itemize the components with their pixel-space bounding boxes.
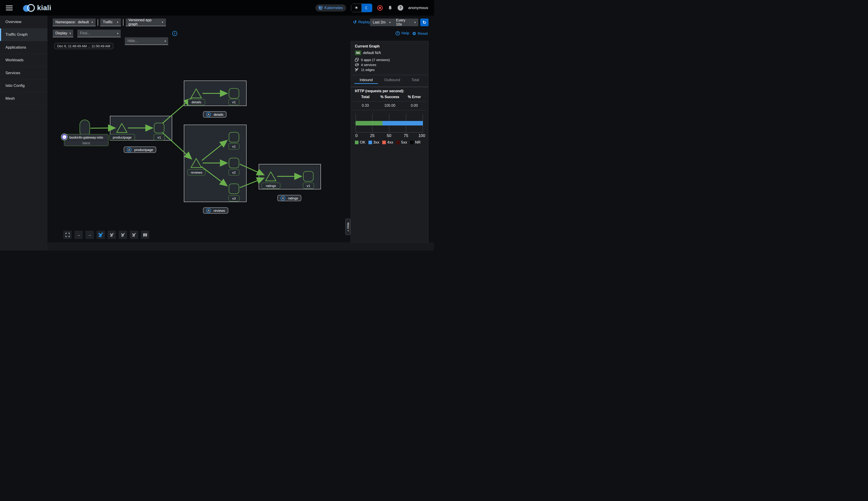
node-productpage-service[interactable] — [116, 122, 128, 134]
chart-legend: OK 3xx 4xx 5xx NR — [355, 140, 421, 145]
ratings-v1-label[interactable]: v1 — [303, 183, 314, 189]
reviews-app-badge[interactable]: A reviews — [203, 207, 228, 214]
graph-help-button[interactable]: ? Help — [396, 31, 409, 35]
find-input[interactable] — [77, 30, 121, 37]
username: anonymous — [408, 6, 428, 10]
stat-apps: 5 apps (7 versions) — [355, 58, 390, 62]
sidebar-item-mesh[interactable]: Mesh — [0, 92, 47, 105]
layout-default-button[interactable] — [97, 231, 105, 239]
graph-layout-icon — [110, 233, 114, 237]
y-axis-tick — [354, 123, 356, 124]
sidebar-item-applications[interactable]: Applications — [0, 41, 47, 54]
chevron-down-icon: ▾ — [164, 40, 166, 43]
productpage-v1-label[interactable]: v1 — [154, 134, 165, 140]
divider — [353, 101, 426, 102]
kiali-brand: kiali — [23, 3, 51, 13]
info-icon[interactable]: i — [172, 31, 177, 36]
reviews-v1-label[interactable]: v1 — [228, 143, 239, 149]
x-tick: 0 — [355, 134, 357, 138]
chevron-down-icon: ▾ — [117, 21, 118, 24]
node-reviews-v2[interactable] — [229, 158, 239, 168]
reviews-service-label[interactable]: reviews — [187, 169, 205, 175]
duration-select[interactable]: Last 2m ▾ — [370, 19, 393, 26]
cluster-badge[interactable]: Kubernetes — [315, 4, 346, 12]
hide-panel-button[interactable]: » Hide — [345, 218, 350, 235]
node-ratings-service[interactable] — [265, 171, 277, 182]
layout-1-button[interactable] — [108, 231, 116, 239]
namespace-select[interactable]: Namespace: default ▾ — [53, 19, 96, 26]
sidebar-item-workloads[interactable]: Workloads — [0, 54, 47, 67]
reset-button[interactable]: ⚙ Reset — [412, 31, 428, 36]
arrow-right-icon: → — [88, 233, 92, 237]
refresh-interval-select[interactable]: Every 10s ▾ — [393, 19, 418, 26]
sync-icon: ↻ — [423, 20, 426, 25]
productpage-service-label[interactable]: productpage — [109, 134, 135, 140]
theme-toggle: ☀ ☾ — [351, 4, 372, 12]
gateway-badge-icon: → — [61, 134, 68, 140]
reset-gear-icon: ⚙ — [412, 31, 416, 36]
legend-button[interactable] — [141, 231, 149, 239]
bottom-strip — [47, 242, 434, 250]
sidebar-item-istio-config[interactable]: Istio Config — [0, 79, 47, 93]
layout-2-button[interactable] — [119, 231, 127, 239]
namespace-value: default N/A — [363, 51, 381, 55]
traffic-select[interactable]: Traffic ▾ — [100, 19, 121, 26]
display-select[interactable]: Display ▾ — [53, 30, 73, 37]
node-details-service[interactable] — [190, 88, 203, 99]
chevron-down-icon: ▾ — [414, 21, 416, 24]
x-tick: 100 — [418, 134, 425, 138]
menu-toggle-button[interactable] — [6, 6, 13, 10]
app-icon: A — [127, 147, 131, 152]
reviews-v2-label[interactable]: v2 — [228, 169, 239, 175]
sidebar-item-traffic-graph[interactable]: Traffic Graph — [0, 29, 47, 41]
node-reviews-service[interactable] — [190, 157, 203, 169]
node-details-v1[interactable] — [229, 88, 239, 98]
layout-3-button[interactable] — [130, 231, 138, 239]
node-reviews-v1[interactable] — [229, 132, 239, 142]
node-reviews-v3[interactable] — [229, 184, 239, 194]
ratings-service-label[interactable]: ratings — [261, 183, 280, 189]
tab-total[interactable]: Total — [405, 78, 426, 82]
x-tick: 75 — [404, 134, 408, 138]
refresh-button[interactable]: ↻ — [420, 19, 429, 26]
stat-services: 4 services — [355, 63, 376, 67]
gateway-label[interactable]: bookinfo-gateway-istio latest — [64, 134, 108, 146]
light-theme-button[interactable]: ☀ — [351, 4, 362, 12]
help-menu-button[interactable]: ? — [398, 5, 403, 11]
active-tab-underline — [354, 83, 378, 84]
fit-to-screen-button[interactable] — [63, 231, 72, 239]
hamburger-icon — [6, 6, 13, 6]
panel-title: Current Graph — [355, 44, 379, 49]
productpage-app-badge[interactable]: A productpage — [124, 147, 156, 153]
zoom-arrow-button-2[interactable]: → — [85, 231, 94, 239]
cluster-badge-label: Kubernetes — [324, 6, 343, 10]
app-icon: A — [280, 196, 285, 201]
ratings-app-badge[interactable]: A ratings — [277, 195, 301, 201]
istio-status-icon[interactable] — [377, 5, 383, 11]
sidebar-item-services[interactable]: Services — [0, 67, 47, 79]
tab-outbound[interactable]: Outbound — [381, 78, 404, 82]
tab-inbound[interactable]: Inbound — [354, 78, 378, 82]
masthead-actions: Kubernetes ☀ ☾ ? anonymous — [315, 4, 428, 12]
sidebar-item-overview[interactable]: Overview — [0, 15, 47, 29]
details-v1-label[interactable]: v1 — [228, 99, 239, 105]
details-service-label[interactable]: details — [188, 99, 205, 105]
details-app-badge[interactable]: A details — [203, 111, 226, 118]
reviews-v3-label[interactable]: v3 — [228, 195, 239, 201]
graph-layout-icon-active — [98, 232, 103, 237]
dark-theme-button[interactable]: ☾ — [362, 4, 372, 12]
node-ratings-v1[interactable] — [303, 171, 313, 182]
node-productpage-v1[interactable] — [154, 123, 164, 133]
sidebar: Overview Traffic Graph Applications Work… — [0, 15, 47, 250]
hide-input[interactable] — [125, 37, 168, 45]
graph-type-select[interactable]: Versioned app graph ▾ — [126, 19, 166, 26]
legend-3xx: 3xx — [368, 140, 379, 145]
replay-button[interactable]: ↺ Replay — [353, 20, 370, 25]
zoom-arrow-button-1[interactable]: → — [74, 231, 83, 239]
kiali-logo-icon — [23, 3, 35, 13]
gateway-name: bookinfo-gateway-istio — [64, 134, 108, 140]
masthead: kiali Kubernetes ☀ ☾ ? anonymous — [0, 0, 434, 15]
bar-segment-ok — [356, 121, 383, 126]
notifications-button[interactable] — [388, 6, 393, 10]
graph-time-range: Dec 8, 11:48:49 AM ... 11:50:49 AM — [54, 43, 113, 49]
